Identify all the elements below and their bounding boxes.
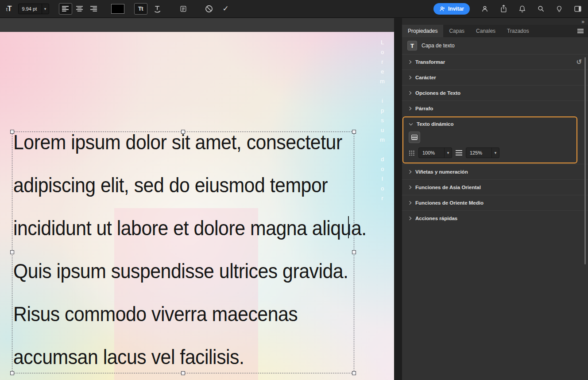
text-bounding-box[interactable] bbox=[12, 132, 354, 373]
section-funciones-oriente-medio[interactable]: Funciones de Oriente Medio bbox=[402, 195, 588, 210]
invite-label: Invitar bbox=[448, 6, 464, 12]
chevron-right-icon bbox=[408, 60, 411, 64]
invite-person-icon bbox=[439, 6, 445, 12]
panels-icon bbox=[180, 5, 187, 12]
section-vinetas-y-numeracion[interactable]: Viñetas y numeración bbox=[402, 164, 588, 179]
panel-dock: » Propiedades Capas Canales Trazados T C… bbox=[394, 18, 588, 380]
layer-type-row: T Capa de texto bbox=[402, 37, 588, 54]
tracking-select[interactable]: 100% ▾ bbox=[418, 147, 452, 158]
transform-handle-top-right[interactable] bbox=[352, 130, 356, 134]
tab-propiedades[interactable]: Propiedades bbox=[402, 25, 443, 37]
reset-transform-icon[interactable]: ↺ bbox=[576, 58, 582, 66]
chevron-right-icon bbox=[408, 107, 411, 110]
align-left-icon bbox=[62, 6, 69, 12]
text-options-icon: Tt bbox=[138, 5, 143, 12]
tracking-value: 100% bbox=[419, 148, 444, 158]
account-button[interactable] bbox=[481, 5, 489, 13]
align-right-button[interactable] bbox=[87, 3, 101, 15]
warp-text-button[interactable] bbox=[151, 3, 164, 15]
section-label: Viñetas y numeración bbox=[415, 169, 468, 174]
layer-type-label: Capa de texto bbox=[422, 43, 455, 49]
cancel-edits-button[interactable] bbox=[202, 3, 216, 15]
type-size-icon-big: T bbox=[8, 5, 12, 13]
leading-lines-icon bbox=[456, 150, 462, 155]
align-center-button[interactable] bbox=[73, 3, 86, 15]
section-caracter[interactable]: Carácter bbox=[402, 70, 588, 85]
tracking-grid-icon bbox=[409, 150, 415, 155]
chevron-down-icon[interactable]: ▾ bbox=[444, 148, 452, 158]
chevron-right-icon bbox=[408, 76, 411, 79]
section-label: Opciones de Texto bbox=[415, 90, 460, 96]
text-options-button[interactable]: Tt bbox=[134, 3, 147, 15]
transform-handle-bottom-left[interactable] bbox=[10, 371, 14, 375]
font-size-value: 9.94 pt bbox=[19, 6, 42, 12]
transform-handle-top-center[interactable] bbox=[181, 130, 185, 134]
app-bar-right: Invitar bbox=[433, 3, 582, 15]
transform-handle-top-left[interactable] bbox=[10, 130, 14, 134]
type-size-icon: t T bbox=[6, 5, 12, 13]
section-acciones-rapidas[interactable]: Acciones rápidas bbox=[402, 210, 588, 226]
document-area: Lorem ipsum dolor sit amet, consectetur … bbox=[0, 18, 394, 380]
align-left-button[interactable] bbox=[59, 3, 72, 15]
discover-button[interactable] bbox=[556, 5, 563, 13]
chevron-down-icon[interactable]: ▾ bbox=[491, 148, 499, 158]
search-button[interactable] bbox=[537, 5, 545, 12]
section-label: Transformar bbox=[415, 59, 445, 65]
dynamic-text-controls: 100% ▾ 125% ▾ bbox=[409, 147, 571, 158]
toggle-panels-button[interactable] bbox=[177, 3, 190, 15]
share-icon bbox=[500, 4, 507, 13]
text-box-icon bbox=[411, 135, 418, 140]
chevron-right-icon bbox=[408, 91, 411, 95]
alignment-group bbox=[59, 3, 101, 15]
leading-value: 125% bbox=[466, 148, 491, 158]
workspace-layout-icon bbox=[574, 5, 582, 12]
panel-scrollbar[interactable] bbox=[584, 57, 586, 264]
transform-handle-middle-right[interactable] bbox=[352, 250, 356, 254]
commit-edits-button[interactable]: ✓ bbox=[219, 3, 232, 15]
workspace-button[interactable] bbox=[574, 5, 582, 12]
transform-handle-bottom-center[interactable] bbox=[181, 371, 185, 375]
transform-handle-middle-left[interactable] bbox=[10, 250, 14, 254]
panel-menu-icon[interactable] bbox=[577, 28, 584, 34]
section-label: Párrafo bbox=[415, 106, 433, 111]
texto-dinamico-body: 100% ▾ 125% ▾ bbox=[403, 132, 576, 163]
section-funciones-asia-oriental[interactable]: Funciones de Asia Oriental bbox=[402, 179, 588, 195]
section-transformar[interactable]: Transformar ↺ bbox=[402, 54, 588, 70]
cancel-icon bbox=[205, 4, 213, 13]
transform-handle-bottom-right[interactable] bbox=[352, 371, 356, 375]
properties-panel: » Propiedades Capas Canales Trazados T C… bbox=[402, 18, 588, 380]
invite-button[interactable]: Invitar bbox=[433, 3, 470, 15]
tab-trazados[interactable]: Trazados bbox=[501, 25, 535, 37]
section-label: Acciones rápidas bbox=[415, 216, 457, 221]
dynamic-text-style-button[interactable] bbox=[409, 132, 420, 143]
collapse-panels-icon[interactable]: » bbox=[581, 19, 584, 24]
search-icon bbox=[537, 5, 545, 12]
chevron-right-icon bbox=[408, 217, 411, 220]
type-tool-options: t T 9.94 pt ▾ Tt bbox=[6, 3, 232, 15]
chevron-down-icon[interactable]: ▾ bbox=[42, 4, 49, 14]
tab-canales[interactable]: Canales bbox=[470, 25, 501, 37]
align-right-icon bbox=[90, 6, 97, 12]
text-layer-icon: T bbox=[407, 41, 417, 50]
checkmark-icon: ✓ bbox=[222, 4, 228, 13]
options-bar: t T 9.94 pt ▾ Tt bbox=[0, 0, 588, 18]
leading-select[interactable]: 125% ▾ bbox=[466, 147, 499, 158]
chevron-right-icon bbox=[408, 201, 411, 205]
text-color-swatch[interactable] bbox=[111, 4, 124, 14]
notifications-button[interactable] bbox=[518, 5, 526, 13]
chevron-right-icon bbox=[408, 170, 411, 174]
font-size-select[interactable]: 9.94 pt ▾ bbox=[18, 4, 49, 14]
section-label: Carácter bbox=[415, 75, 436, 80]
account-icon bbox=[481, 5, 489, 13]
share-button[interactable] bbox=[500, 4, 507, 13]
warp-text-icon bbox=[153, 5, 162, 13]
section-texto-dinamico-header[interactable]: Texto dinámico bbox=[403, 117, 576, 131]
vertical-text-layer[interactable]: Lorem ipsum dolor bbox=[379, 39, 386, 205]
canvas[interactable]: Lorem ipsum dolor sit amet, consectetur … bbox=[0, 32, 394, 380]
chevron-right-icon bbox=[408, 186, 411, 189]
bell-icon bbox=[518, 5, 526, 13]
section-opciones-de-texto[interactable]: Opciones de Texto bbox=[402, 85, 588, 101]
tab-capas[interactable]: Capas bbox=[443, 25, 470, 37]
section-parrafo[interactable]: Párrafo bbox=[402, 101, 588, 116]
chevron-down-icon bbox=[409, 121, 413, 125]
